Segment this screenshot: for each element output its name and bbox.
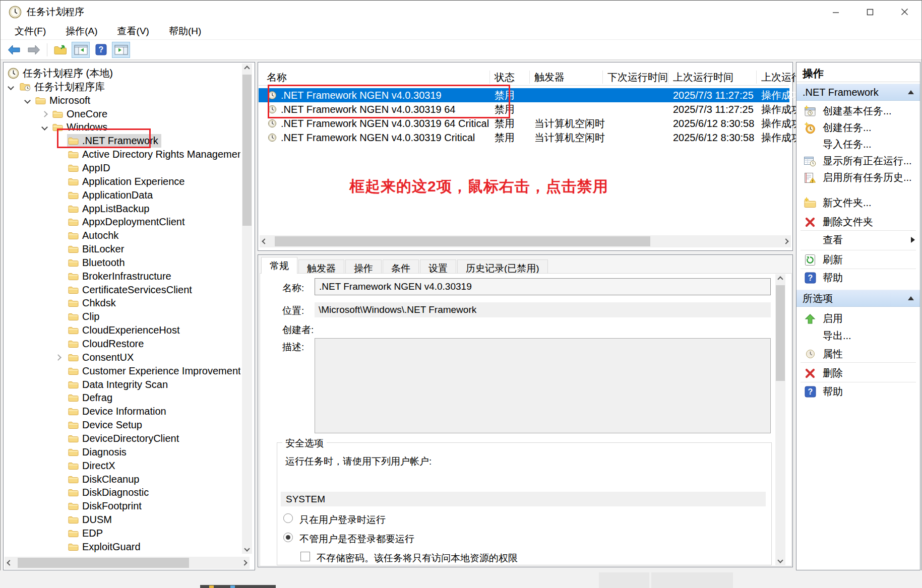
- collapse-chevron-icon[interactable]: [8, 84, 14, 90]
- tree-item[interactable]: Windows: [4, 120, 240, 134]
- forward-button[interactable]: [25, 42, 43, 58]
- tree-item[interactable]: .NET Framework: [4, 134, 240, 148]
- task-description-field[interactable]: [315, 338, 771, 433]
- action-item[interactable]: 启用: [796, 310, 920, 327]
- column-header[interactable]: 状态: [495, 69, 515, 86]
- tree-item[interactable]: ExploitGuard: [4, 540, 240, 554]
- column-header[interactable]: 上次运行时间: [673, 69, 733, 86]
- minimize-button[interactable]: [819, 1, 853, 23]
- action-item[interactable]: 显示所有正在运行...: [796, 153, 920, 169]
- column-divider[interactable]: [756, 71, 757, 84]
- task-name-field[interactable]: .NET Framework NGEN v4.0.30319: [315, 278, 771, 295]
- tree-item[interactable]: Microsoft: [4, 94, 240, 107]
- tree-item[interactable]: Diagnosis: [4, 445, 240, 459]
- task-row[interactable]: .NET Framework NGEN v4.0.30319 Critical禁…: [259, 130, 789, 145]
- menu-item[interactable]: 文件(F): [12, 24, 49, 39]
- help-button[interactable]: ?: [92, 42, 110, 58]
- action-item[interactable]: 属性: [796, 346, 920, 362]
- column-header[interactable]: 名称: [267, 69, 287, 86]
- actions-section-header[interactable]: 所选项: [796, 290, 920, 307]
- tree-item[interactable]: BrokerInfrastructure: [4, 270, 240, 283]
- scroll-up-arrow[interactable]: [775, 274, 785, 284]
- tab-general[interactable]: 常规: [261, 257, 297, 274]
- tree-item[interactable]: Autochk: [4, 229, 240, 242]
- column-divider[interactable]: [602, 71, 603, 84]
- maximize-button[interactable]: [853, 1, 887, 23]
- action-item[interactable]: 创建基本任务...: [796, 103, 920, 119]
- radio-run-whether-logged-on[interactable]: [283, 533, 293, 542]
- action-item[interactable]: 创建任务...: [796, 119, 920, 136]
- menu-item[interactable]: 操作(A): [63, 24, 100, 39]
- action-item[interactable]: 启用所有任务历史...: [796, 169, 920, 186]
- action-item[interactable]: 新文件夹...: [796, 194, 920, 211]
- action-item[interactable]: ?帮助: [796, 383, 920, 400]
- tree-item[interactable]: Device Information: [4, 405, 240, 418]
- tree-item[interactable]: AppListBackup: [4, 202, 240, 216]
- back-button[interactable]: [5, 42, 23, 58]
- action-item[interactable]: 删除: [796, 365, 920, 381]
- collapse-arrow-icon[interactable]: [908, 296, 914, 300]
- action-item[interactable]: 刷新: [796, 251, 920, 268]
- column-divider[interactable]: [668, 71, 668, 84]
- scroll-right-arrow[interactable]: [239, 558, 250, 568]
- tab-4[interactable]: 设置: [420, 259, 456, 274]
- expand-chevron-icon[interactable]: [41, 111, 48, 117]
- tab-1[interactable]: 触发器: [298, 259, 344, 274]
- column-divider[interactable]: [529, 71, 530, 84]
- radio-run-when-logged-on[interactable]: [283, 513, 293, 523]
- column-divider[interactable]: [489, 71, 490, 84]
- column-header[interactable]: 下次运行时间: [607, 69, 668, 86]
- tab-5[interactable]: 历史记录(已禁用): [457, 259, 548, 274]
- action-item[interactable]: 导出...: [796, 328, 920, 344]
- scroll-down-arrow[interactable]: [775, 555, 785, 565]
- collapse-chevron-icon[interactable]: [24, 97, 31, 104]
- tree-item[interactable]: 任务计划程序 (本地): [4, 67, 240, 80]
- toggle-console-tree-button[interactable]: [72, 42, 90, 58]
- tree-item[interactable]: Application Experience: [4, 175, 240, 188]
- column-header[interactable]: 上次运行: [761, 69, 802, 86]
- tree-item[interactable]: CertificateServicesClient: [4, 283, 240, 297]
- tree-item[interactable]: EDP: [4, 527, 240, 540]
- tree-item[interactable]: Chkdsk: [4, 296, 240, 310]
- collapse-arrow-icon[interactable]: [908, 90, 914, 94]
- action-item[interactable]: 删除文件夹: [796, 214, 920, 230]
- tree-hscroll-thumb[interactable]: [18, 558, 189, 568]
- tree-item[interactable]: AppxDeploymentClient: [4, 215, 240, 229]
- export-list-button[interactable]: [51, 42, 70, 58]
- actions-section-header[interactable]: .NET Framework: [796, 84, 920, 101]
- task-row[interactable]: .NET Framework NGEN v4.0.30319 64禁用2025/…: [259, 102, 789, 116]
- action-item[interactable]: 查看: [796, 232, 920, 248]
- task-row[interactable]: .NET Framework NGEN v4.0.30319 64 Critic…: [259, 116, 789, 130]
- tree-item[interactable]: ConsentUX: [4, 351, 240, 364]
- close-button[interactable]: [887, 1, 921, 23]
- tab-3[interactable]: 条件: [383, 259, 419, 274]
- expand-chevron-icon[interactable]: [55, 354, 62, 361]
- tree-item[interactable]: Defrag: [4, 391, 240, 405]
- tree-item[interactable]: Bluetooth: [4, 256, 240, 270]
- list-horizontal-scrollbar[interactable]: [260, 235, 791, 247]
- menu-item[interactable]: 帮助(H): [166, 24, 204, 39]
- tree-vertical-scrollbar[interactable]: [242, 63, 252, 554]
- details-vscroll-thumb[interactable]: [776, 285, 785, 381]
- tree-item[interactable]: DiskFootprint: [4, 499, 240, 513]
- tree-item[interactable]: AppID: [4, 161, 240, 175]
- tree-item[interactable]: DeviceDirectoryClient: [4, 432, 240, 445]
- list-hscroll-thumb[interactable]: [275, 236, 650, 246]
- scroll-up-arrow[interactable]: [242, 63, 252, 74]
- checkbox-no-password[interactable]: [300, 552, 310, 561]
- tree-item[interactable]: Customer Experience Improvement Prog: [4, 364, 240, 378]
- collapse-chevron-icon[interactable]: [41, 124, 48, 131]
- tree-item[interactable]: CloudExperienceHost: [4, 323, 240, 337]
- tree-item[interactable]: ApplicationData: [4, 188, 240, 202]
- tree-item[interactable]: Clip: [4, 310, 240, 323]
- tree-item[interactable]: 任务计划程序库: [4, 80, 240, 94]
- task-row[interactable]: .NET Framework NGEN v4.0.30319禁用2025/7/3…: [259, 88, 789, 102]
- action-item[interactable]: 导入任务...: [796, 136, 920, 153]
- tree-item[interactable]: Data Integrity Scan: [4, 378, 240, 391]
- action-item[interactable]: ?帮助: [796, 270, 920, 286]
- scroll-left-arrow[interactable]: [5, 558, 15, 568]
- tree-horizontal-scrollbar[interactable]: [5, 557, 250, 569]
- scroll-right-arrow[interactable]: [781, 236, 791, 246]
- tree-item[interactable]: DirectX: [4, 459, 240, 473]
- tree-item[interactable]: Device Setup: [4, 418, 240, 432]
